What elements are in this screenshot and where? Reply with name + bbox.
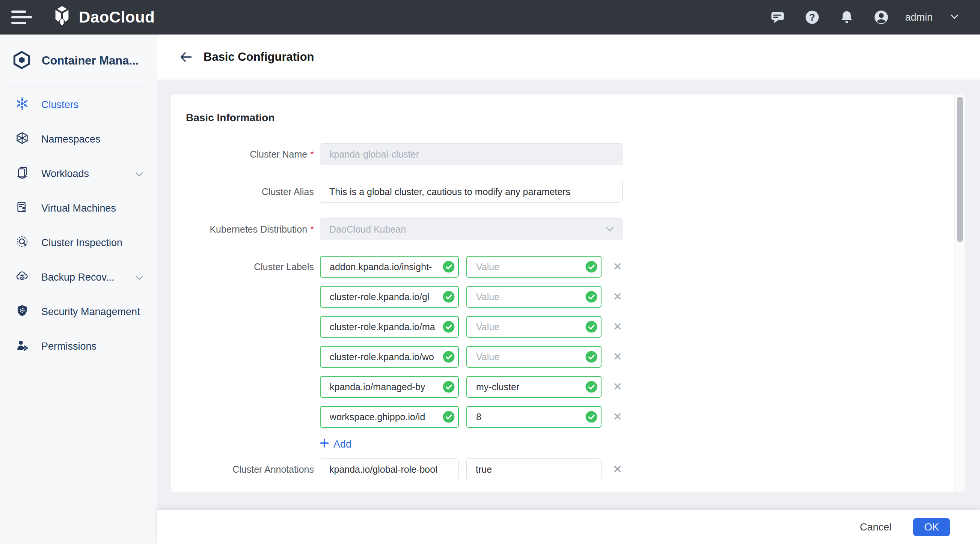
valid-check-icon bbox=[585, 320, 598, 333]
svg-text:?: ? bbox=[810, 12, 816, 22]
topbar: DaoCloud ? bbox=[0, 0, 980, 35]
workloads-chevron-down-icon[interactable] bbox=[135, 168, 144, 180]
label-value-input[interactable] bbox=[466, 256, 601, 278]
remove-label-close-icon[interactable]: ✕ bbox=[613, 321, 622, 332]
valid-check-icon bbox=[585, 260, 598, 273]
label-value-input[interactable] bbox=[466, 346, 601, 368]
plus-icon bbox=[320, 439, 329, 450]
message-icon[interactable] bbox=[770, 10, 786, 25]
kubernetes-distribution-select[interactable] bbox=[320, 218, 622, 240]
sidebar-item-label: Cluster Inspection bbox=[41, 237, 123, 249]
label-value-input[interactable] bbox=[466, 406, 601, 428]
sidebar-item-label: Virtual Machines bbox=[41, 203, 116, 214]
valid-check-icon bbox=[442, 320, 455, 333]
label-key-input[interactable] bbox=[320, 376, 459, 398]
username: admin bbox=[905, 12, 933, 23]
sidebar-item-cluster-inspection[interactable]: Cluster Inspection bbox=[0, 225, 157, 260]
label-key-input[interactable] bbox=[320, 346, 459, 368]
back-arrow-icon[interactable] bbox=[179, 51, 193, 63]
cluster-alias-label: Cluster Alias bbox=[186, 181, 320, 203]
valid-check-icon bbox=[442, 351, 455, 363]
sidebar-item-backup-recovery[interactable]: Backup Recov... bbox=[0, 260, 157, 295]
sidebar-item-namespaces[interactable]: Namespaces bbox=[0, 122, 157, 157]
user-menu-chevron-down-icon[interactable] bbox=[950, 14, 959, 21]
add-label-button[interactable]: Add bbox=[320, 436, 352, 452]
permissions-icon bbox=[16, 339, 29, 354]
annotation-value-input[interactable] bbox=[466, 458, 601, 480]
footer-action-bar: Cancel OK bbox=[157, 510, 980, 544]
label-key-input[interactable] bbox=[320, 286, 459, 308]
cluster-labels-row: Cluster Labels ✕ bbox=[186, 256, 939, 452]
ok-button[interactable]: OK bbox=[913, 518, 950, 536]
valid-check-icon bbox=[585, 411, 598, 423]
topbar-actions: ? admin bbox=[770, 10, 959, 25]
sidebar-item-label: Security Management bbox=[41, 306, 140, 318]
sidebar-item-permissions[interactable]: Permissions bbox=[0, 329, 157, 363]
basic-information-card: Basic Information Cluster Name* Cluster … bbox=[171, 95, 965, 492]
label-row: ✕ bbox=[320, 376, 622, 398]
remove-label-close-icon[interactable]: ✕ bbox=[613, 381, 622, 392]
sidebar-item-virtual-machines[interactable]: Virtual Machines bbox=[0, 191, 157, 225]
sidebar-item-clusters[interactable]: Clusters bbox=[0, 87, 157, 122]
clusters-icon bbox=[16, 97, 29, 113]
remove-label-close-icon[interactable]: ✕ bbox=[613, 291, 622, 302]
kubernetes-distribution-label: Kubernetes Distribution* bbox=[186, 218, 320, 240]
avatar[interactable] bbox=[873, 10, 889, 25]
label-row: ✕ bbox=[320, 406, 622, 428]
card-scrollbar-thumb[interactable] bbox=[957, 97, 963, 242]
add-label-text: Add bbox=[333, 439, 352, 450]
help-icon[interactable]: ? bbox=[804, 10, 820, 25]
valid-check-icon bbox=[442, 260, 455, 273]
page-title: Basic Configuration bbox=[204, 50, 314, 64]
valid-check-icon bbox=[442, 290, 455, 303]
remove-annotation-close-icon[interactable]: ✕ bbox=[613, 464, 622, 475]
label-row: ✕ bbox=[320, 316, 622, 338]
sidebar-item-label: Namespaces bbox=[41, 133, 101, 145]
module-header[interactable]: Container Mana... bbox=[0, 35, 157, 87]
sidebar-item-label: Workloads bbox=[41, 168, 89, 180]
sidebar-item-security-management[interactable]: Security Management bbox=[0, 295, 157, 329]
valid-check-icon bbox=[585, 381, 598, 393]
label-key-input[interactable] bbox=[320, 406, 459, 428]
cluster-name-input[interactable] bbox=[320, 143, 622, 165]
cancel-button[interactable]: Cancel bbox=[860, 522, 891, 533]
container-management-icon bbox=[13, 51, 31, 71]
sidebar-item-label: Clusters bbox=[41, 99, 78, 111]
remove-label-close-icon[interactable]: ✕ bbox=[613, 351, 622, 362]
backup-chevron-down-icon[interactable] bbox=[135, 272, 144, 283]
cluster-annotations-row: Cluster Annotations ✕ bbox=[186, 458, 939, 480]
label-row: ✕ bbox=[320, 286, 622, 308]
daocloud-logo-icon bbox=[51, 6, 73, 29]
valid-check-icon bbox=[442, 411, 455, 423]
menu-icon[interactable] bbox=[11, 7, 32, 28]
annotation-key-input[interactable] bbox=[320, 458, 459, 480]
card-scrollbar-track[interactable] bbox=[955, 95, 965, 492]
backup-recovery-icon bbox=[16, 270, 29, 285]
cluster-inspection-icon bbox=[16, 235, 29, 251]
label-key-input[interactable] bbox=[320, 316, 459, 338]
remove-label-close-icon[interactable]: ✕ bbox=[613, 261, 622, 272]
required-marker: * bbox=[310, 224, 314, 235]
main-area: Basic Configuration Basic Information Cl… bbox=[157, 35, 980, 544]
bell-icon[interactable] bbox=[839, 10, 854, 25]
label-row: ✕ bbox=[320, 346, 622, 368]
cluster-alias-row: Cluster Alias bbox=[186, 181, 939, 203]
daocloud-brand[interactable]: DaoCloud bbox=[51, 6, 155, 29]
label-value-input[interactable] bbox=[466, 316, 601, 338]
label-value-input[interactable] bbox=[466, 376, 601, 398]
label-key-input[interactable] bbox=[320, 256, 459, 278]
virtual-machines-icon bbox=[16, 201, 29, 216]
valid-check-icon bbox=[442, 381, 455, 393]
valid-check-icon bbox=[585, 351, 598, 363]
cluster-name-label: Cluster Name* bbox=[186, 143, 320, 165]
workloads-icon bbox=[16, 166, 29, 182]
sidebar-item-label: Permissions bbox=[41, 341, 97, 352]
cluster-annotations-label: Cluster Annotations bbox=[186, 458, 320, 480]
label-row: ✕ bbox=[320, 256, 622, 278]
remove-label-close-icon[interactable]: ✕ bbox=[613, 411, 622, 422]
sidebar-item-workloads[interactable]: Workloads bbox=[0, 157, 157, 191]
cluster-alias-input[interactable] bbox=[320, 181, 622, 203]
cluster-labels-list: ✕ ✕ bbox=[320, 256, 622, 452]
required-marker: * bbox=[310, 149, 314, 159]
label-value-input[interactable] bbox=[466, 286, 601, 308]
